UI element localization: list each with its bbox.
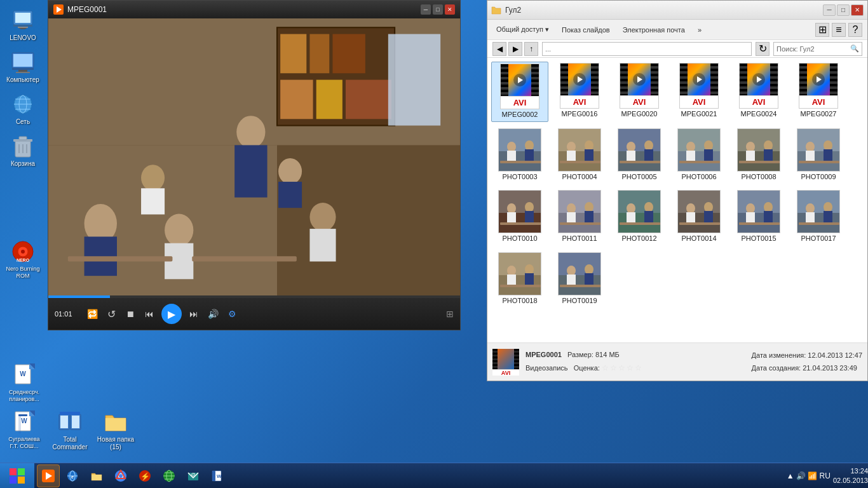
desktop-icon-doc1[interactable]: W СугралиеваГ.Т. СОШ... bbox=[3, 408, 46, 454]
file-item-phot0006[interactable]: PHOT0006 bbox=[670, 125, 728, 184]
taskbar-word-icon: W bbox=[211, 470, 224, 482]
media-prev-btn[interactable]: ⏮ bbox=[142, 307, 156, 321]
file-item-phot0017[interactable]: PHOT0017 bbox=[790, 186, 847, 245]
address-bar[interactable]: ... bbox=[542, 42, 752, 56]
help-btn[interactable]: ? bbox=[848, 23, 862, 37]
file-item-phot0008[interactable]: PHOT0008 bbox=[730, 125, 787, 184]
media-settings-btn[interactable]: ⚙ bbox=[225, 307, 239, 321]
start-button[interactable] bbox=[0, 463, 34, 489]
svg-rect-81 bbox=[560, 161, 600, 163]
file-item-mpeg0002[interactable]: AVI MPEG0002 bbox=[491, 62, 548, 122]
taskbar-item-antivirus[interactable]: ⚡ bbox=[133, 464, 156, 487]
desktop-icon-nero[interactable]: NERO Nero BurningROM bbox=[3, 236, 43, 282]
file-name: PHOT0017 bbox=[801, 234, 836, 243]
toolbar-share-btn[interactable]: Общий доступ ▾ bbox=[492, 24, 553, 35]
svg-rect-165 bbox=[560, 285, 600, 287]
file-item-phot0004[interactable]: PHOT0004 bbox=[551, 125, 608, 184]
tray-show-hidden-btn[interactable]: ▲ bbox=[787, 471, 794, 480]
media-stop-btn[interactable]: ⏹ bbox=[123, 307, 137, 321]
nav-up-btn[interactable]: ↑ bbox=[524, 42, 538, 56]
file-item-mpeg0021[interactable]: AVI MPEG0021 bbox=[670, 62, 728, 122]
svg-rect-164 bbox=[585, 273, 593, 285]
file-item-mpeg0024[interactable]: AVI MPEG0024 bbox=[730, 62, 787, 122]
taskbar-item-file-explorer[interactable] bbox=[85, 464, 108, 487]
explorer-maximize-btn[interactable]: □ bbox=[837, 4, 850, 16]
desktop-icon-new-folder[interactable]: Новая папка (15) bbox=[94, 408, 137, 454]
toolbar-more-btn[interactable]: » bbox=[694, 25, 705, 35]
desktop-icon-trash[interactable]: Корзина bbox=[3, 131, 43, 170]
svg-point-105 bbox=[806, 142, 815, 152]
svg-point-154 bbox=[507, 266, 516, 276]
view-details-btn[interactable]: ≡ bbox=[832, 23, 846, 37]
desktop-icon-total-commander[interactable]: Total Commander bbox=[48, 408, 92, 454]
nero-icon: NERO bbox=[10, 239, 36, 264]
video-progress-track[interactable] bbox=[48, 295, 460, 298]
status-rating-label: Оценка: bbox=[574, 364, 600, 372]
media-grid-btn[interactable]: ⊞ bbox=[446, 309, 454, 319]
taskbar-item-globe[interactable] bbox=[158, 464, 180, 487]
file-item-mpeg0020[interactable]: AVI MPEG0020 bbox=[611, 62, 668, 122]
toolbar-slideshow-btn[interactable]: Показ слайдов bbox=[558, 25, 614, 35]
file-item-phot0012[interactable]: PHOT0012 bbox=[611, 186, 668, 245]
desktop-icon-lenovo[interactable]: LENOVO bbox=[3, 5, 43, 44]
lenovo-icon bbox=[10, 8, 36, 33]
taskbar-item-mail[interactable]: @ bbox=[182, 464, 205, 487]
photo-file-icon bbox=[618, 127, 661, 172]
tray-language[interactable]: RU bbox=[820, 471, 831, 480]
file-item-phot0010[interactable]: PHOT0010 bbox=[491, 186, 548, 245]
nav-buttons: ◀ ▶ ↑ bbox=[492, 42, 538, 56]
media-minimize-btn[interactable]: ─ bbox=[421, 4, 431, 15]
taskbar-clock[interactable]: 13:24 02.05.2013 bbox=[833, 466, 868, 485]
view-large-icons-btn[interactable]: ⊞ bbox=[815, 23, 829, 37]
file-item-phot0011[interactable]: PHOT0011 bbox=[551, 186, 608, 245]
explorer-minimize-btn[interactable]: ─ bbox=[823, 4, 836, 16]
file-item-mpeg0016[interactable]: AVI MPEG0016 bbox=[551, 62, 608, 122]
svg-point-79 bbox=[585, 140, 593, 151]
nav-back-btn[interactable]: ◀ bbox=[492, 42, 506, 56]
file-item-phot0015[interactable]: PHOT0015 bbox=[730, 186, 787, 245]
tray-volume-icon[interactable]: 🔊 bbox=[796, 471, 806, 480]
file-item-mpeg0027[interactable]: AVI MPEG0027 bbox=[790, 62, 847, 122]
file-item-phot0009[interactable]: PHOT0009 bbox=[790, 125, 847, 184]
file-item-phot0014[interactable]: PHOT0014 bbox=[670, 186, 728, 245]
file-item-phot0018[interactable]: PHOT0018 bbox=[491, 248, 548, 308]
file-name: PHOT0012 bbox=[621, 234, 656, 243]
media-close-btn[interactable]: ✕ bbox=[445, 4, 455, 15]
taskbar-time: 13:24 bbox=[833, 466, 868, 475]
explorer-close-btn[interactable]: ✕ bbox=[851, 4, 864, 16]
svg-rect-143 bbox=[764, 211, 773, 222]
taskbar-item-chrome[interactable] bbox=[109, 464, 132, 487]
search-bar[interactable]: Поиск: Гул2 🔍 bbox=[773, 42, 862, 56]
file-item-phot0019[interactable]: PHOT0019 bbox=[551, 248, 608, 308]
media-next-btn[interactable]: ⏭ bbox=[187, 307, 201, 321]
svg-rect-162 bbox=[567, 274, 576, 286]
nav-forward-btn[interactable]: ▶ bbox=[508, 42, 522, 56]
media-loop-btn[interactable]: 🔁 bbox=[85, 307, 99, 321]
desktop-icon-doc2[interactable]: W Среднесрч.планиров... bbox=[3, 361, 46, 405]
taskbar-item-media-player[interactable] bbox=[37, 464, 60, 487]
taskbar-chrome-icon bbox=[114, 470, 127, 482]
desktop-icon-computer[interactable]: Компьютер bbox=[3, 47, 43, 86]
svg-point-161 bbox=[567, 266, 576, 276]
status-size-label: Размер: bbox=[567, 351, 593, 358]
file-name: PHOT0005 bbox=[621, 173, 656, 181]
desktop-icon-network[interactable]: Сеть bbox=[3, 89, 43, 128]
svg-point-128 bbox=[644, 202, 653, 212]
toolbar-email-btn[interactable]: Электронная почта bbox=[619, 25, 689, 35]
svg-point-147 bbox=[806, 203, 815, 214]
media-maximize-btn[interactable]: □ bbox=[433, 4, 443, 15]
svg-rect-73 bbox=[525, 149, 534, 161]
svg-point-114 bbox=[525, 202, 534, 212]
media-volume-btn[interactable]: 🔊 bbox=[206, 307, 220, 321]
taskbar-item-word[interactable]: W bbox=[206, 464, 229, 487]
system-tray-icons: ▲ 🔊 📶 bbox=[787, 471, 817, 480]
file-item-phot0003[interactable]: PHOT0003 bbox=[491, 125, 548, 184]
svg-rect-148 bbox=[806, 212, 815, 224]
media-play-btn[interactable]: ▶ bbox=[161, 304, 182, 324]
svg-point-70 bbox=[507, 142, 516, 152]
taskbar-item-ie[interactable]: e bbox=[61, 464, 84, 487]
refresh-btn[interactable]: ↻ bbox=[756, 42, 770, 56]
file-item-phot0005[interactable]: PHOT0005 bbox=[611, 125, 668, 184]
media-reload-btn[interactable]: ↺ bbox=[104, 307, 118, 321]
tray-network-icon[interactable]: 📶 bbox=[808, 471, 817, 480]
